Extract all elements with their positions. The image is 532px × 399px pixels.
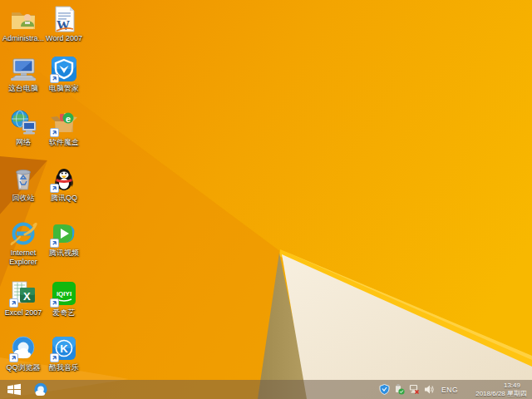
icon-label: 腾讯QQ [51, 194, 77, 203]
excel-icon: X [9, 279, 37, 308]
shortcut-arrow-icon [50, 353, 59, 362]
taskbar-clock[interactable]: 13:49 2018/6/28 星期四 [465, 382, 530, 398]
internet-explorer-icon [9, 219, 37, 248]
tray-network-disconnected-icon[interactable] [408, 384, 420, 396]
icon-label: QQ浏览器 [6, 363, 40, 372]
windows-logo-icon [7, 383, 22, 396]
desktop-icon-pc-manager[interactable]: 电脑管家 [42, 55, 86, 93]
qq-browser-icon [9, 334, 37, 362]
desktop-icon-tencent-qq[interactable]: 腾讯QQ [42, 165, 86, 203]
shortcut-arrow-icon [50, 128, 59, 137]
desktop-icon-administrator[interactable]: Administra... [1, 5, 46, 43]
computer-icon [9, 55, 37, 83]
svg-text:e: e [66, 114, 71, 124]
desktop-icon-tencent-video[interactable]: 腾讯视频 [42, 219, 86, 258]
icon-label: 腾讯视频 [49, 249, 79, 258]
icon-label: 酷我音乐 [49, 363, 79, 372]
svg-text:K: K [60, 342, 68, 355]
taskbar-qq-browser-button[interactable] [28, 380, 53, 399]
taskbar: ENG 13:49 2018/6/28 星期四 [0, 380, 532, 399]
desktop-icon-internet-explorer[interactable]: Internet Explorer [1, 219, 46, 267]
icon-label: Internet Explorer [1, 249, 46, 267]
tray-usb-safely-remove-icon[interactable] [393, 384, 405, 396]
desktop-icon-excel-2007[interactable]: X Excel 2007 [1, 279, 46, 318]
desktop-icon-iqiyi[interactable]: iQIYI 爱奇艺 [42, 279, 86, 318]
shortcut-arrow-icon [50, 74, 59, 83]
iqiyi-icon: iQIYI [50, 279, 78, 308]
shortcut-arrow-icon [9, 298, 18, 308]
tray-pc-manager-shield-icon[interactable] [378, 384, 390, 396]
icon-label: 电脑管家 [49, 84, 79, 93]
user-folder-icon [9, 5, 37, 33]
clock-date: 2018/6/28 星期四 [475, 390, 527, 398]
globe-network-icon [9, 109, 37, 137]
icon-label: 软件魔盒 [49, 138, 79, 147]
word-icon: W [50, 5, 78, 33]
desktop-icon-qq-browser[interactable]: QQ浏览器 [1, 334, 46, 372]
tencent-video-icon [50, 219, 78, 248]
desktop-icon-network[interactable]: 网络 [1, 109, 46, 147]
svg-text:X: X [23, 290, 31, 303]
shortcut-arrow-icon [50, 184, 59, 193]
clock-time: 13:49 [504, 382, 520, 390]
shortcut-arrow-icon [50, 298, 59, 308]
recycle-bin-icon [9, 165, 37, 193]
icon-label: Excel 2007 [5, 308, 42, 318]
shortcut-arrow-icon [9, 353, 18, 362]
desktop-screen: Administra... W Word 2007 [0, 0, 532, 399]
icon-label: 网络 [16, 138, 31, 147]
software-box-icon: e [50, 109, 78, 137]
qq-browser-icon [32, 382, 49, 398]
desktop-icon-word-2007[interactable]: W Word 2007 [42, 5, 86, 43]
shield-icon [50, 55, 78, 83]
tray-volume-icon[interactable] [423, 384, 435, 396]
language-indicator[interactable]: ENG [438, 386, 461, 394]
svg-text:iQIYI: iQIYI [57, 290, 71, 298]
icon-label: 爱奇艺 [53, 308, 76, 318]
start-button[interactable] [0, 380, 28, 399]
system-tray: ENG 13:49 2018/6/28 星期四 [378, 380, 530, 399]
desktop-icon-kuwo-music[interactable]: K 酷我音乐 [42, 334, 86, 372]
icon-label: Word 2007 [46, 34, 82, 43]
icon-label: 这台电脑 [8, 84, 38, 93]
desktop-icon-this-pc[interactable]: 这台电脑 [1, 55, 46, 93]
icon-label: Administra... [2, 34, 44, 43]
qq-penguin-icon [50, 165, 78, 193]
desktop-icon-recycle-bin[interactable]: 回收站 [1, 165, 46, 203]
shortcut-arrow-icon [50, 239, 59, 248]
icon-label: 回收站 [12, 194, 35, 203]
desktop-icon-software-box[interactable]: e 软件魔盒 [42, 109, 86, 147]
kuwo-music-icon: K [50, 334, 78, 362]
